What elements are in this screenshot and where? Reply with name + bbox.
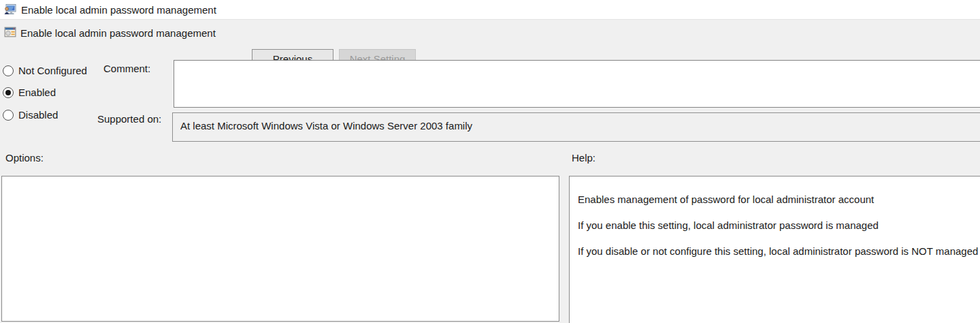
comment-label: Comment: [103,63,150,74]
radio-circle[interactable] [3,110,14,121]
setting-title: Enable local admin password management [20,27,216,39]
options-label: Options: [5,152,44,164]
radio-label[interactable]: Not Configured [18,65,87,76]
radio-label[interactable]: Disabled [18,109,58,121]
radio-not-configured[interactable]: Not Configured [3,65,87,76]
help-panel: Enables management of password for local… [569,176,980,323]
radio-disabled[interactable]: Disabled [3,109,58,121]
supported-on-label: Supported on: [97,113,161,125]
setting-header: Enable local admin password management P… [0,20,980,54]
help-paragraph: Enables management of password for local… [578,193,980,206]
help-paragraph: If you enable this setting, local admini… [578,219,980,232]
policy-setting-dialog: Enable local admin password management E… [0,0,980,323]
radio-label[interactable]: Enabled [18,87,56,98]
help-paragraph: If you disable or not configure this set… [578,245,980,258]
comment-input[interactable] [174,60,980,108]
help-label: Help: [572,152,595,164]
radio-circle[interactable] [3,65,14,76]
window-title-bar: Enable local admin password management [0,0,980,20]
options-panel [1,176,559,322]
policy-user-icon [3,3,17,16]
radio-circle[interactable] [3,87,14,98]
supported-on-field: At least Microsoft Windows Vista or Wind… [172,112,980,142]
window-title: Enable local admin password management [21,4,216,16]
radio-enabled[interactable]: Enabled [3,87,56,98]
policy-setting-icon [4,26,16,38]
